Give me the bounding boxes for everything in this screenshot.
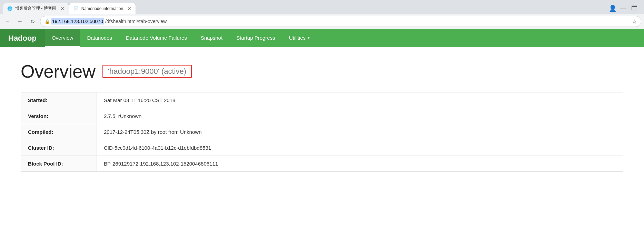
table-label-cell: Started:: [21, 92, 97, 108]
tab-bar: 🌐 博客后台管理 - 博客园 ✕ 📄 Namenode information …: [0, 0, 644, 14]
address-bar[interactable]: 🔒 192.168.123.102:50070 /dfshealth.html#…: [40, 16, 641, 27]
table-value-cell: BP-269129172-192.168.123.102-15200468061…: [97, 156, 623, 172]
hadoop-navbar: Hadoop Overview Datanodes Datanode Volum…: [0, 29, 644, 47]
page-title: Overview: [21, 61, 96, 82]
table-label-cell: Block Pool ID:: [21, 156, 97, 172]
account-button[interactable]: 👤: [609, 4, 616, 12]
nav-item-datanodes[interactable]: Datanodes: [80, 29, 119, 47]
table-label-cell: Version:: [21, 108, 97, 124]
secure-icon: 🔒: [44, 19, 50, 24]
table-value-cell: 2017-12-24T05:30Z by root from Unknown: [97, 124, 623, 140]
nav-item-overview[interactable]: Overview: [45, 29, 80, 47]
browser-chrome: 🌐 博客后台管理 - 博客园 ✕ 📄 Namenode information …: [0, 0, 644, 29]
browser-controls: ← → ↻ 🔒 192.168.123.102:50070 /dfshealth…: [0, 14, 644, 29]
address-highlighted: 192.168.123.102:50070: [51, 18, 104, 24]
nav-item-datanode-volume-failures[interactable]: Datanode Volume Failures: [119, 29, 194, 47]
table-value-cell: 2.7.5, rUnknown: [97, 108, 623, 124]
table-label-cell: Compiled:: [21, 124, 97, 140]
utilities-dropdown: Utilities ▼: [289, 35, 310, 41]
bookmark-star-icon[interactable]: ☆: [632, 18, 637, 25]
tab-blog-title: 博客后台管理 - 博客园: [15, 6, 56, 11]
table-label-cell: Cluster ID:: [21, 140, 97, 156]
address-rest: /dfshealth.html#tab-overview: [105, 19, 167, 24]
table-row: Version:2.7.5, rUnknown: [21, 108, 623, 124]
utilities-dropdown-arrow: ▼: [307, 36, 310, 40]
maximize-button[interactable]: 🗖: [630, 4, 638, 12]
tab-namenode-close[interactable]: ✕: [127, 6, 131, 11]
table-value-cell: Sat Mar 03 11:16:20 CST 2018: [97, 92, 623, 108]
tab-spacer: [136, 3, 153, 14]
minimize-button[interactable]: —: [619, 4, 627, 12]
back-button[interactable]: ←: [3, 17, 12, 26]
tab-blog[interactable]: 🌐 博客后台管理 - 博客园 ✕: [3, 3, 69, 14]
forward-button[interactable]: →: [15, 17, 25, 26]
refresh-button[interactable]: ↻: [28, 17, 37, 26]
tab-namenode-icon: 📄: [73, 6, 79, 11]
main-content: Overview 'hadoop1:9000' (active) Started…: [0, 47, 644, 186]
tab-namenode-title: Namenode information: [81, 6, 123, 11]
tab-blog-close[interactable]: ✕: [60, 6, 65, 11]
table-row: Block Pool ID:BP-269129172-192.168.123.1…: [21, 156, 623, 172]
utilities-label: Utilities: [289, 35, 306, 41]
info-table: Started:Sat Mar 03 11:16:20 CST 2018Vers…: [21, 92, 623, 172]
nav-item-startup-progress[interactable]: Startup Progress: [229, 29, 282, 47]
table-row: Compiled:2017-12-24T05:30Z by root from …: [21, 124, 623, 140]
table-row: Cluster ID:CID-5cc0d14d-6100-4a01-b12c-d…: [21, 140, 623, 156]
table-row: Started:Sat Mar 03 11:16:20 CST 2018: [21, 92, 623, 108]
tab-blog-icon: 🌐: [7, 6, 12, 11]
nav-item-snapshot[interactable]: Snapshot: [194, 29, 229, 47]
table-value-cell: CID-5cc0d14d-6100-4a01-b12c-d1ebfdbd8531: [97, 140, 623, 156]
active-badge: 'hadoop1:9000' (active): [102, 65, 192, 78]
nav-item-utilities[interactable]: Utilities ▼: [282, 29, 317, 47]
tab-namenode[interactable]: 📄 Namenode information ✕: [69, 3, 136, 14]
page-heading: Overview 'hadoop1:9000' (active): [21, 61, 623, 82]
nav-items: Overview Datanodes Datanode Volume Failu…: [45, 29, 317, 47]
hadoop-brand[interactable]: Hadoop: [0, 29, 45, 47]
